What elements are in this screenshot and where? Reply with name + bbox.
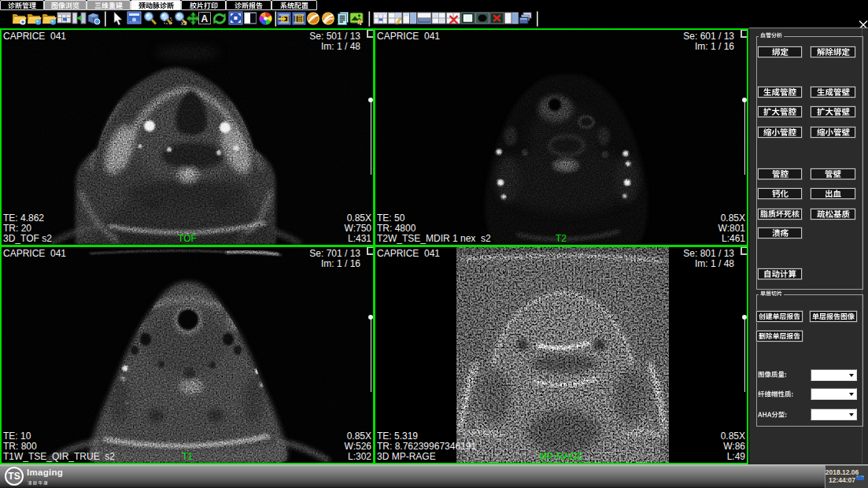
svg-text:x2: x2 — [181, 20, 187, 26]
svg-text:A: A — [201, 13, 209, 24]
